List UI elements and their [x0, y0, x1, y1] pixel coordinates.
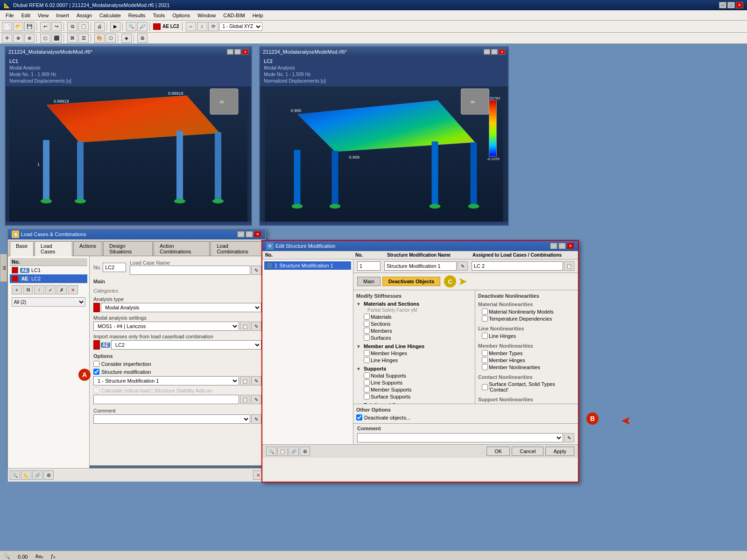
calc-btn[interactable]: ▶ [110, 22, 120, 31]
lc-toolbar-btn1[interactable]: 🔍 [10, 470, 20, 480]
esm-close-btn[interactable]: ✕ [567, 243, 574, 249]
lc-min-btn[interactable]: ─ [237, 231, 245, 238]
undo-btn[interactable]: ↩ [40, 22, 50, 31]
cad-win-lc1-max[interactable]: □ [234, 49, 241, 55]
tab-action-combinations[interactable]: Action Combinations [154, 241, 210, 256]
menu-assign[interactable]: Assign [73, 12, 96, 19]
menu-tools[interactable]: Tools [149, 12, 169, 19]
list-item[interactable]: AE LC2 [10, 274, 87, 283]
lc-struct-mod-select[interactable]: 1 - Structure Modification 1 [93, 376, 239, 385]
cad-win-lc1-min[interactable]: ─ [227, 49, 233, 55]
copy-btn[interactable]: ⧉ [67, 22, 78, 31]
esm-min-btn[interactable]: ─ [550, 243, 557, 249]
expand-icon[interactable]: ▼ [356, 301, 363, 307]
zoom-in-btn[interactable]: 🔍 [126, 22, 136, 31]
lc-no-input[interactable] [103, 263, 126, 272]
snap-btn2[interactable]: ⊕ [13, 34, 23, 43]
save-btn[interactable]: 💾 [24, 22, 35, 31]
cad-win-lc2-min[interactable]: ─ [484, 49, 490, 55]
lc-modal-settings-select[interactable]: MOS1 - #4 | Lanczos [93, 322, 239, 331]
list-add-btn[interactable]: + [12, 285, 22, 294]
new-btn[interactable]: 📄 [2, 22, 12, 31]
lc-struct-mod-btn2[interactable]: ✎ [251, 376, 261, 385]
layer-btn[interactable]: ☰ [78, 34, 89, 43]
menu-cadbim[interactable]: CAD-BIM [219, 12, 248, 19]
apply-button[interactable]: Apply [545, 447, 574, 456]
surfaces-check[interactable] [364, 335, 370, 341]
expand-icon[interactable]: ▼ [356, 344, 363, 349]
lc-imperfection-check[interactable] [93, 361, 99, 367]
esm-footer-btn4[interactable]: ⚙ [300, 447, 310, 456]
view-btn1[interactable]: ↔ [186, 22, 196, 31]
cad-win-lc1-close[interactable]: ✕ [242, 49, 248, 55]
select-btn[interactable]: ◻ [40, 34, 50, 43]
esm-name-field[interactable] [384, 261, 457, 271]
lc-calc-btn2[interactable]: ✎ [251, 395, 261, 404]
lc-toolbar-btn4[interactable]: ⚙ [43, 470, 54, 480]
esm-name-edit-btn[interactable]: ✎ [458, 261, 468, 271]
view-btn3[interactable]: ⟳ [208, 22, 218, 31]
esm-assigned-field[interactable] [472, 261, 563, 271]
minimize-btn[interactable]: ─ [719, 2, 726, 8]
lc-toolbar-btn2[interactable]: 📐 [21, 470, 31, 480]
temp-dep-check[interactable] [482, 315, 488, 322]
materials-check[interactable] [364, 314, 370, 320]
lc-modal-edit-btn1[interactable]: 📋 [240, 322, 250, 331]
tab-load-cases[interactable]: Load Cases [35, 241, 72, 256]
esm-footer-btn2[interactable]: 📋 [277, 447, 288, 456]
dims-btn[interactable]: ⊞ [137, 34, 148, 43]
tab-load-combinations[interactable]: Load Combinations [211, 241, 264, 256]
menu-insert[interactable]: Insert [52, 12, 73, 19]
render-btn[interactable]: 🎨 [94, 34, 105, 43]
esm-comment-edit-btn[interactable]: ✎ [564, 433, 574, 442]
lc-calc-critical-check[interactable] [93, 387, 99, 393]
zoom-out-btn[interactable]: 🔎 [137, 22, 148, 31]
list-delete-btn[interactable]: ✕ [68, 285, 78, 294]
sections-check[interactable] [364, 321, 370, 327]
cancel-button[interactable]: Cancel [512, 447, 543, 456]
tab-main[interactable]: Main [357, 277, 381, 286]
nodal-supports-check[interactable] [364, 372, 370, 378]
menu-help[interactable]: Help [249, 12, 267, 19]
esm-max-btn[interactable]: □ [558, 243, 566, 249]
lc-calc-input[interactable] [93, 395, 239, 404]
snap-btn3[interactable]: ⊗ [24, 34, 35, 43]
maximize-btn[interactable]: □ [727, 2, 735, 8]
close-btn[interactable]: ✕ [736, 2, 743, 8]
lc-max-btn[interactable]: □ [246, 231, 253, 238]
lc-struct-mod-btn1[interactable]: 📋 [240, 376, 250, 385]
mesh-btn[interactable]: ⌘ [67, 34, 78, 43]
line-hinges-check[interactable] [364, 357, 370, 363]
tab-design-situations[interactable]: Design Situations [103, 241, 153, 256]
lc-comment-select[interactable] [93, 414, 250, 424]
menu-results[interactable]: Results [125, 12, 149, 19]
tab-deactivate-objects[interactable]: Deactivate Objects [382, 277, 440, 286]
member-nonlin-check[interactable] [482, 364, 488, 370]
cad-win-lc2-close[interactable]: ✕ [499, 49, 505, 55]
list-check-btn[interactable]: ✓ [45, 285, 56, 294]
member-nonlin-hinges-check[interactable] [482, 357, 488, 363]
paste-btn[interactable]: 📋 [78, 22, 89, 31]
lc-struct-mod-check[interactable] [93, 369, 99, 375]
deactivate-objects-check[interactable] [356, 414, 362, 420]
redo-btn[interactable]: ↪ [51, 22, 62, 31]
lc-name-edit-btn[interactable]: ✎ [251, 266, 261, 275]
mat-nonlin-models-check[interactable] [482, 308, 488, 315]
cad-win-lc2-max[interactable]: □ [491, 49, 498, 55]
expand-icon[interactable]: ▼ [356, 366, 363, 371]
lc-analysis-select[interactable]: Modal Analysis [101, 303, 261, 312]
select-btn2[interactable]: ⬛ [51, 34, 62, 43]
iso-btn[interactable]: ◈ [121, 34, 132, 43]
wire-btn[interactable]: ⬡ [106, 34, 116, 43]
menu-file[interactable]: File [2, 12, 18, 19]
menu-view[interactable]: View [34, 12, 53, 19]
line-nonlin-hinges-check[interactable] [482, 333, 488, 339]
esm-footer-btn1[interactable]: 🔍 [266, 447, 276, 456]
open-btn[interactable]: 📂 [13, 22, 23, 31]
members-check[interactable] [364, 328, 370, 334]
ok-button[interactable]: OK [486, 447, 510, 456]
view-combo[interactable]: 1 - Global XYZ [219, 22, 262, 31]
surface-supports-check[interactable] [364, 393, 370, 399]
member-supports-check[interactable] [364, 386, 370, 392]
tab-actions[interactable]: Actions [73, 241, 102, 256]
